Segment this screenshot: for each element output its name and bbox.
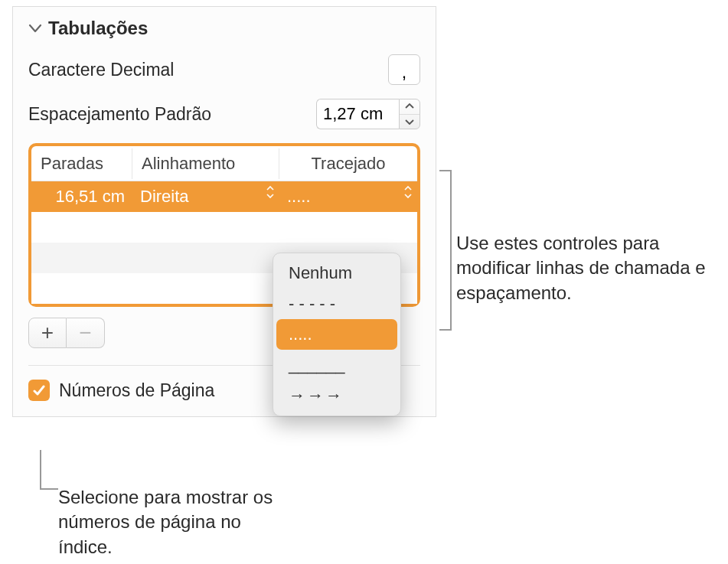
stepper-up-button[interactable]	[400, 99, 419, 115]
callout-bracket	[439, 170, 453, 331]
cell-stop[interactable]: 16,51 cm	[31, 181, 132, 212]
leader-option-none[interactable]: Nenhum	[276, 258, 397, 289]
stepper-down-button[interactable]	[400, 115, 419, 129]
callout-page-numbers: Selecione para mostrar os números de pág…	[58, 485, 288, 559]
leader-option-dashes[interactable]: - - - - -	[276, 289, 397, 319]
callout-table-controls: Use estes controles para modificar linha…	[456, 231, 717, 305]
table-header: Paradas Alinhamento Tracejado	[31, 146, 417, 181]
section-title: Tabulações	[48, 18, 148, 39]
chevron-down-icon	[28, 23, 42, 34]
checkmark-icon	[31, 383, 47, 398]
leader-option-arrows[interactable]: →→→	[276, 380, 397, 411]
cell-alignment-value: Direita	[140, 187, 189, 207]
page-numbers-label: Números de Página	[59, 380, 214, 401]
add-tab-button[interactable]: +	[28, 318, 67, 348]
table-row[interactable]	[31, 212, 417, 243]
header-leader[interactable]: Tracejado	[279, 148, 417, 179]
leader-option-dots[interactable]: .....	[276, 319, 397, 350]
default-spacing-control	[316, 99, 420, 129]
decimal-character-label: Caractere Decimal	[28, 60, 174, 80]
table-row[interactable]: 16,51 cm Direita .....	[31, 181, 417, 212]
decimal-character-input[interactable]	[388, 54, 420, 85]
leader-dropdown-menu: Nenhum - - - - - ..... ______ →→→	[273, 253, 401, 416]
leader-option-solid[interactable]: ______	[276, 350, 397, 380]
cell-leader-select[interactable]: .....	[279, 181, 417, 212]
updown-chevron-icon	[403, 184, 413, 200]
header-stops[interactable]: Paradas	[31, 148, 132, 179]
callout-leader-line	[40, 450, 41, 488]
chevron-up-icon	[405, 103, 414, 109]
minus-icon: −	[79, 321, 91, 345]
section-header[interactable]: Tabulações	[28, 18, 420, 39]
default-spacing-row: Espacejamento Padrão	[28, 99, 420, 129]
chevron-down-icon	[405, 119, 414, 125]
cell-alignment-select[interactable]: Direita	[132, 181, 279, 212]
remove-tab-button[interactable]: −	[67, 318, 105, 348]
default-spacing-input[interactable]	[316, 99, 399, 129]
updown-chevron-icon	[266, 184, 275, 200]
page-numbers-checkbox[interactable]	[28, 380, 50, 401]
default-spacing-stepper	[399, 99, 420, 129]
plus-icon: +	[41, 321, 54, 345]
default-spacing-label: Espacejamento Padrão	[28, 104, 211, 125]
decimal-character-row: Caractere Decimal	[28, 54, 420, 85]
cell-leader-value: .....	[287, 187, 311, 207]
header-alignment[interactable]: Alinhamento	[132, 148, 279, 179]
